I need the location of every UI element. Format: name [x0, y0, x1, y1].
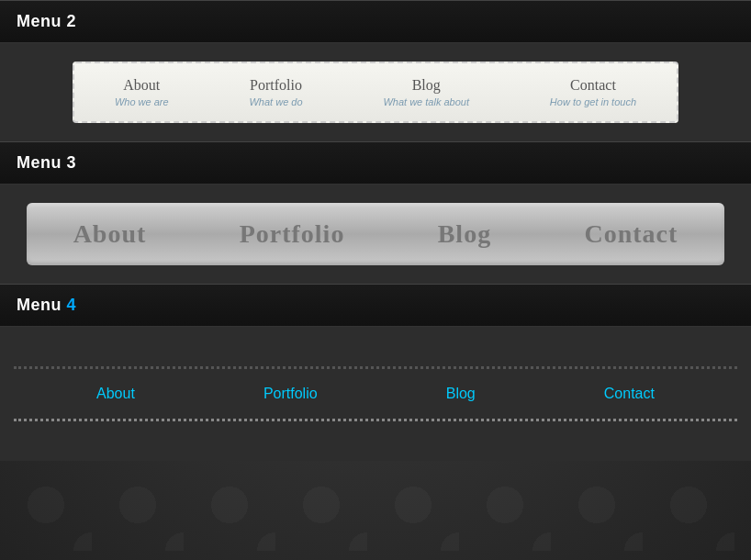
menu2-header: Menu 2 [0, 0, 751, 43]
menu2-item-portfolio[interactable]: Portfolio What we do [230, 73, 320, 112]
menu2-nav: About Who we are Portfolio What we do Bl… [73, 62, 678, 123]
menu4-section-body: About Portfolio Blog Contact [0, 327, 751, 461]
menu4-nav: About Portfolio Blog Contact [14, 376, 737, 411]
menu4-title-accent: 4 [67, 296, 77, 314]
menu2-contact-label: Contact [550, 77, 636, 94]
menu3-item-about[interactable]: About [55, 215, 165, 253]
menu2-portfolio-sublabel: What we do [249, 96, 302, 107]
menu2-about-sublabel: Who we are [115, 96, 169, 107]
menu3-item-blog[interactable]: Blog [420, 215, 510, 253]
menu2-item-about[interactable]: About Who we are [96, 73, 187, 112]
menu2-about-label: About [115, 77, 169, 94]
menu4-item-contact[interactable]: Contact [604, 386, 655, 402]
menu2-contact-sublabel: How to get in touch [550, 96, 636, 107]
menu3-nav: About Portfolio Blog Contact [27, 203, 724, 265]
menu3-item-portfolio[interactable]: Portfolio [221, 215, 364, 253]
menu4-item-about[interactable]: About [96, 386, 135, 402]
menu4-item-blog[interactable]: Blog [446, 386, 476, 402]
menu4-header: Menu 4 [0, 284, 751, 327]
menu2-portfolio-label: Portfolio [249, 77, 302, 94]
menu3-title: Menu 3 [17, 153, 76, 172]
menu4-bottom-line [14, 419, 737, 421]
menu2-item-blog[interactable]: Blog What we talk about [364, 73, 488, 112]
menu4-item-portfolio[interactable]: Portfolio [263, 386, 318, 402]
menu3-section-body: About Portfolio Blog Contact [0, 185, 751, 284]
menu2-section-body: About Who we are Portfolio What we do Bl… [0, 43, 751, 141]
menu2-title: Menu 2 [17, 12, 76, 30]
menu2-item-contact[interactable]: Contact How to get in touch [532, 73, 655, 112]
menu4-top-line [14, 366, 737, 369]
menu4-wrapper: About Portfolio Blog Contact [14, 345, 737, 442]
menu3-item-contact[interactable]: Contact [566, 215, 696, 253]
menu3-header: Menu 3 [0, 141, 751, 185]
menu2-blog-sublabel: What we talk about [383, 96, 469, 107]
menu2-blog-label: Blog [383, 77, 469, 94]
